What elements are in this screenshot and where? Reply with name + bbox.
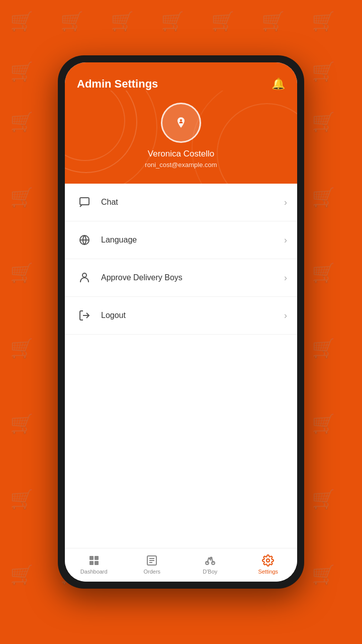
menu-label-approve-delivery: Approve Delivery Boys [101,273,284,282]
dashboard-icon [88,554,100,567]
chevron-icon-language: › [284,235,287,246]
phone-frame: Admin Settings 🔔 Veroni [58,55,304,589]
svg-point-4 [82,273,86,277]
nav-item-dboy[interactable]: D'Boy [181,552,239,577]
person-icon [78,272,90,284]
profile-email: roni_cost@example.com [145,161,217,169]
svg-rect-9 [95,561,99,565]
avatar [161,103,201,143]
svg-point-16 [210,557,212,559]
nav-item-orders[interactable]: Orders [123,552,182,577]
globe-icon [78,234,90,246]
chat-icon [78,196,90,208]
nav-item-settings[interactable]: Settings [239,552,298,577]
menu-item-language[interactable]: Language › [65,221,297,259]
page-title: Admin Settings [77,77,158,91]
nav-label-dboy: D'Boy [203,569,217,575]
svg-point-17 [266,559,269,562]
menu-label-chat: Chat [101,198,284,207]
header: Admin Settings 🔔 [65,62,297,91]
svg-rect-8 [89,561,94,565]
svg-rect-6 [89,556,94,560]
chevron-icon-logout: › [284,310,287,321]
bike-icon [204,554,216,567]
settings-icon [262,554,274,567]
nav-label-dashboard: Dashboard [80,569,108,575]
menu-item-chat[interactable]: Chat › [65,184,297,221]
svg-rect-1 [80,198,89,205]
logout-icon [78,309,90,321]
svg-point-0 [180,119,182,121]
chevron-icon-chat: › [284,197,287,208]
nav-label-settings: Settings [258,569,278,575]
bottom-nav: Dashboard Orders [65,548,297,582]
menu-item-logout[interactable]: Logout › [65,297,297,335]
nav-label-orders: Orders [143,569,160,575]
menu-label-language: Language [101,235,284,245]
notification-icon[interactable]: 🔔 [272,77,285,91]
profile-name: Veronica Costello [148,149,214,159]
phone-screen: Admin Settings 🔔 Veroni [65,62,297,582]
menu-list: Chat › Language › [65,184,297,548]
avatar-icon [175,117,187,129]
nav-item-dashboard[interactable]: Dashboard [65,552,123,577]
menu-item-approve-delivery[interactable]: Approve Delivery Boys › [65,259,297,297]
chevron-icon-approve-delivery: › [284,273,287,283]
profile-section: Veronica Costello roni_cost@example.com [65,91,297,184]
menu-label-logout: Logout [101,311,284,320]
svg-rect-7 [95,556,99,560]
orders-icon [146,554,158,567]
